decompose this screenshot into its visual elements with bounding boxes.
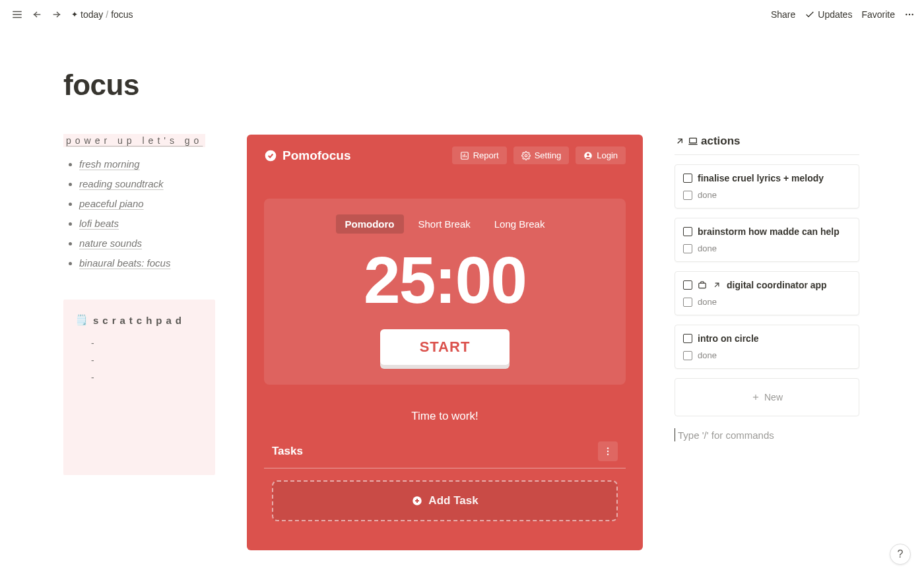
- column-left: power up let's go fresh morning reading …: [63, 135, 215, 475]
- pomo-message: Time to work!: [264, 410, 626, 423]
- page-title: focus: [63, 69, 924, 102]
- breadcrumb-separator: /: [106, 9, 108, 20]
- checkbox[interactable]: [683, 298, 692, 307]
- new-action-button[interactable]: New: [675, 378, 859, 416]
- login-label: Login: [597, 150, 618, 160]
- breadcrumb-current[interactable]: focus: [111, 9, 133, 20]
- playlist-item[interactable]: fresh morning: [79, 154, 215, 174]
- column-middle: Pomofocus Report Setting L: [247, 135, 643, 550]
- slash-command-input[interactable]: [676, 429, 859, 441]
- pomo-topbar: Pomofocus Report Setting L: [264, 146, 626, 164]
- tasks-label: Tasks: [272, 445, 303, 458]
- pomo-actions: Report Setting Login: [452, 146, 626, 164]
- pomofocus-embed: Pomofocus Report Setting L: [247, 135, 643, 550]
- actions-heading[interactable]: actions: [675, 135, 859, 155]
- notepad-icon: 🗒️: [75, 314, 88, 326]
- playlist-item[interactable]: lofi beats: [79, 214, 215, 234]
- svg-point-6: [909, 14, 910, 15]
- columns: power up let's go fresh morning reading …: [63, 135, 924, 550]
- more-menu-icon[interactable]: [904, 9, 915, 20]
- actions-heading-text: actions: [701, 135, 741, 148]
- breadcrumb-root[interactable]: today: [81, 9, 103, 20]
- updates-label: Updates: [818, 9, 852, 20]
- checkbox[interactable]: [683, 227, 692, 236]
- pomo-brand[interactable]: Pomofocus: [264, 148, 350, 163]
- tab-short-break[interactable]: Short Break: [409, 214, 480, 234]
- tasks-menu-button[interactable]: [598, 441, 618, 461]
- action-card-title: finalise cruel lyrics + melody: [698, 173, 824, 183]
- slash-command-wrapper: [675, 428, 859, 441]
- gear-icon: [521, 151, 531, 160]
- topbar: ✦ today / focus Share Updates Favorite: [0, 0, 924, 29]
- timer-display: 25:00: [277, 245, 612, 315]
- action-card-title-row: digital coordinator app: [683, 280, 851, 290]
- action-card-done-row: done: [683, 350, 851, 360]
- scratchpad-item[interactable]: -: [91, 355, 203, 366]
- done-label: done: [698, 297, 717, 307]
- scratchpad-heading-text: scratchpad: [93, 315, 185, 326]
- page-body: focus power up let's go fresh morning re…: [0, 29, 924, 550]
- playlist-item[interactable]: nature sounds: [79, 234, 215, 253]
- chart-icon: [460, 151, 469, 160]
- action-card-title: brainstorm how madde can help: [698, 226, 840, 237]
- favorite-button[interactable]: Favorite: [861, 9, 895, 20]
- action-card[interactable]: finalise cruel lyrics + melodydone: [675, 164, 859, 209]
- updates-button[interactable]: Updates: [805, 9, 852, 20]
- checkbox[interactable]: [683, 174, 692, 183]
- nav-back-icon[interactable]: [29, 7, 45, 22]
- plus-icon: [751, 393, 760, 402]
- done-label: done: [698, 243, 717, 253]
- done-label: done: [698, 350, 717, 360]
- powerup-heading: power up let's go: [63, 134, 205, 147]
- checkbox[interactable]: [683, 191, 692, 200]
- action-card[interactable]: digital coordinator appdone: [675, 271, 859, 315]
- tab-long-break[interactable]: Long Break: [485, 214, 554, 234]
- new-label: New: [764, 392, 783, 402]
- svg-point-16: [607, 447, 609, 449]
- pomo-panel: Pomodoro Short Break Long Break 25:00 ST…: [264, 199, 626, 385]
- add-task-button[interactable]: Add Task: [272, 480, 618, 521]
- action-card[interactable]: brainstorm how madde can helpdone: [675, 218, 859, 262]
- topbar-left: ✦ today / focus: [9, 7, 133, 22]
- scratchpad-item[interactable]: -: [91, 338, 203, 348]
- playlist: fresh morning reading soundtrack peacefu…: [63, 154, 215, 273]
- help-button[interactable]: ?: [890, 544, 911, 565]
- playlist-item[interactable]: binaural beats: focus: [79, 253, 215, 273]
- share-button[interactable]: Share: [771, 9, 795, 20]
- svg-point-5: [906, 14, 907, 15]
- scratchpad-item[interactable]: -: [91, 372, 203, 383]
- start-button[interactable]: START: [380, 329, 510, 365]
- checkbox[interactable]: [683, 280, 692, 290]
- checkbox[interactable]: [683, 351, 692, 360]
- report-button[interactable]: Report: [452, 146, 507, 164]
- action-card-title-row: brainstorm how madde can help: [683, 226, 851, 237]
- report-label: Report: [473, 150, 499, 160]
- checkbox[interactable]: [683, 334, 692, 343]
- tab-pomodoro[interactable]: Pomodoro: [336, 214, 404, 234]
- action-card-done-row: done: [683, 190, 851, 200]
- action-cards-list: finalise cruel lyrics + melodydonebrains…: [675, 164, 859, 369]
- arrow-top-right-icon: [675, 136, 685, 146]
- checkbox[interactable]: [683, 244, 692, 253]
- action-card[interactable]: intro on circledone: [675, 325, 859, 369]
- svg-point-13: [525, 154, 527, 157]
- plus-circle-icon: [411, 495, 423, 507]
- pomo-brand-text: Pomofocus: [282, 148, 350, 163]
- playlist-item[interactable]: reading soundtrack: [79, 174, 215, 194]
- svg-point-18: [607, 453, 609, 455]
- playlist-item[interactable]: peaceful piano: [79, 194, 215, 214]
- login-button[interactable]: Login: [576, 146, 626, 164]
- svg-point-7: [911, 14, 913, 15]
- laptop-icon: [688, 136, 698, 146]
- sidebar-toggle-icon[interactable]: [9, 7, 25, 22]
- action-card-title: intro on circle: [698, 333, 759, 344]
- sparkle-icon: ✦: [71, 10, 78, 19]
- kebab-icon: [603, 446, 613, 457]
- add-task-label: Add Task: [428, 494, 478, 507]
- action-card-title: digital coordinator app: [727, 280, 827, 290]
- action-card-done-row: done: [683, 243, 851, 253]
- nav-forward-icon[interactable]: [49, 7, 65, 22]
- setting-button[interactable]: Setting: [513, 146, 569, 164]
- setting-label: Setting: [535, 150, 561, 160]
- breadcrumb: ✦ today / focus: [71, 9, 133, 20]
